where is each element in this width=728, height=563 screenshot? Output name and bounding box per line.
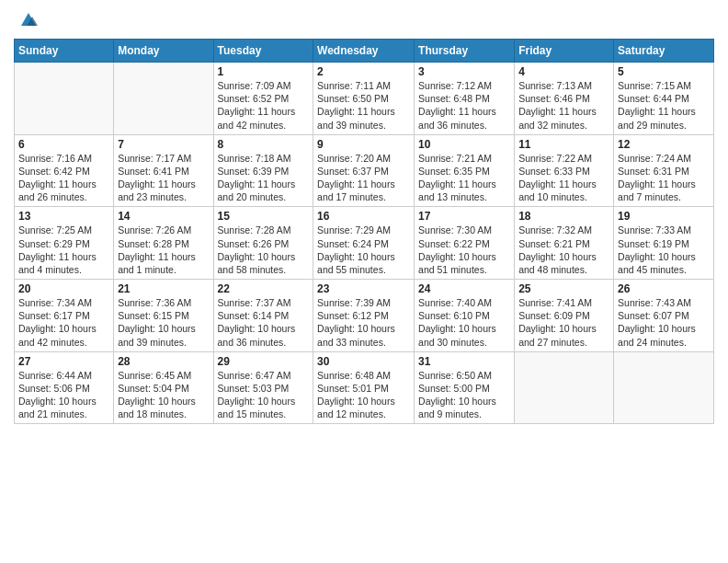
day-number: 24 [418,282,510,295]
calendar-cell: 4Sunrise: 7:13 AM Sunset: 6:46 PM Daylig… [515,63,614,135]
day-number: 18 [518,210,609,223]
day-number: 27 [18,355,109,368]
day-number: 7 [118,138,209,151]
day-number: 13 [18,210,109,223]
weekday-header-wednesday: Wednesday [313,40,415,63]
calendar-table: SundayMondayTuesdayWednesdayThursdayFrid… [14,39,714,424]
day-info: Sunrise: 7:16 AM Sunset: 6:42 PM Dayligh… [18,152,109,204]
day-number: 10 [418,138,510,151]
day-info: Sunrise: 7:13 AM Sunset: 6:46 PM Dayligh… [518,79,609,132]
day-number: 15 [218,210,310,223]
calendar-cell: 24Sunrise: 7:40 AM Sunset: 6:10 PM Dayli… [415,280,515,352]
calendar-cell [15,63,114,135]
calendar-cell: 21Sunrise: 7:36 AM Sunset: 6:15 PM Dayli… [114,280,213,352]
day-number: 22 [218,282,310,295]
calendar-cell: 16Sunrise: 7:29 AM Sunset: 6:24 PM Dayli… [313,207,415,280]
day-number: 11 [518,138,609,151]
calendar-cell: 29Sunrise: 6:47 AM Sunset: 5:03 PM Dayli… [213,351,313,424]
day-info: Sunrise: 7:18 AM Sunset: 6:39 PM Dayligh… [218,152,310,204]
calendar-cell [614,351,714,424]
day-number: 16 [317,210,410,223]
calendar-cell: 27Sunrise: 6:44 AM Sunset: 5:06 PM Dayli… [15,351,114,424]
day-info: Sunrise: 7:40 AM Sunset: 6:10 PM Dayligh… [418,296,510,349]
calendar-cell: 5Sunrise: 7:15 AM Sunset: 6:44 PM Daylig… [614,63,714,135]
day-number: 14 [118,210,209,223]
day-number: 12 [618,138,710,151]
day-info: Sunrise: 6:44 AM Sunset: 5:06 PM Dayligh… [18,369,109,421]
day-info: Sunrise: 7:32 AM Sunset: 6:21 PM Dayligh… [518,224,609,276]
calendar-cell: 11Sunrise: 7:22 AM Sunset: 6:33 PM Dayli… [515,134,614,207]
calendar-cell: 3Sunrise: 7:12 AM Sunset: 6:48 PM Daylig… [415,63,515,135]
calendar-cell: 1Sunrise: 7:09 AM Sunset: 6:52 PM Daylig… [213,63,313,135]
day-info: Sunrise: 7:22 AM Sunset: 6:33 PM Dayligh… [518,152,609,204]
day-info: Sunrise: 7:20 AM Sunset: 6:37 PM Dayligh… [317,152,410,204]
weekday-header-monday: Monday [114,40,213,63]
day-info: Sunrise: 7:12 AM Sunset: 6:48 PM Dayligh… [418,79,510,132]
calendar-cell: 15Sunrise: 7:28 AM Sunset: 6:26 PM Dayli… [213,207,313,280]
calendar-week-row: 20Sunrise: 7:34 AM Sunset: 6:17 PM Dayli… [15,280,714,352]
day-number: 25 [518,282,609,295]
weekday-header-tuesday: Tuesday [213,40,313,63]
day-number: 20 [18,282,109,295]
page: SundayMondayTuesdayWednesdayThursdayFrid… [0,0,728,563]
day-info: Sunrise: 7:15 AM Sunset: 6:44 PM Dayligh… [618,79,710,132]
calendar-cell: 31Sunrise: 6:50 AM Sunset: 5:00 PM Dayli… [415,351,515,424]
calendar-week-row: 13Sunrise: 7:25 AM Sunset: 6:29 PM Dayli… [15,207,714,280]
day-number: 31 [418,355,510,368]
day-info: Sunrise: 6:50 AM Sunset: 5:00 PM Dayligh… [418,369,510,421]
calendar-cell: 7Sunrise: 7:17 AM Sunset: 6:41 PM Daylig… [114,134,213,207]
day-number: 1 [218,65,310,78]
calendar-cell: 8Sunrise: 7:18 AM Sunset: 6:39 PM Daylig… [213,134,313,207]
logo-icon [17,9,40,31]
day-number: 4 [518,65,609,78]
calendar-cell: 19Sunrise: 7:33 AM Sunset: 6:19 PM Dayli… [614,207,714,280]
calendar-cell: 26Sunrise: 7:43 AM Sunset: 6:07 PM Dayli… [614,280,714,352]
calendar-cell: 28Sunrise: 6:45 AM Sunset: 5:04 PM Dayli… [114,351,213,424]
day-info: Sunrise: 7:28 AM Sunset: 6:26 PM Dayligh… [218,224,310,276]
calendar-week-row: 27Sunrise: 6:44 AM Sunset: 5:06 PM Dayli… [15,351,714,424]
day-info: Sunrise: 7:26 AM Sunset: 6:28 PM Dayligh… [118,224,209,276]
calendar-cell: 23Sunrise: 7:39 AM Sunset: 6:12 PM Dayli… [313,280,415,352]
calendar-week-row: 6Sunrise: 7:16 AM Sunset: 6:42 PM Daylig… [15,134,714,207]
day-number: 8 [218,138,310,151]
calendar-cell: 18Sunrise: 7:32 AM Sunset: 6:21 PM Dayli… [515,207,614,280]
day-info: Sunrise: 7:30 AM Sunset: 6:22 PM Dayligh… [418,224,510,276]
day-number: 28 [118,355,209,368]
day-info: Sunrise: 6:47 AM Sunset: 5:03 PM Dayligh… [218,369,310,421]
day-info: Sunrise: 7:41 AM Sunset: 6:09 PM Dayligh… [518,296,609,349]
day-info: Sunrise: 7:34 AM Sunset: 6:17 PM Dayligh… [18,296,109,349]
weekday-header-friday: Friday [515,40,614,63]
calendar-cell: 12Sunrise: 7:24 AM Sunset: 6:31 PM Dayli… [614,134,714,207]
header [14,9,714,31]
calendar-cell: 14Sunrise: 7:26 AM Sunset: 6:28 PM Dayli… [114,207,213,280]
calendar-cell: 25Sunrise: 7:41 AM Sunset: 6:09 PM Dayli… [515,280,614,352]
calendar-cell: 6Sunrise: 7:16 AM Sunset: 6:42 PM Daylig… [15,134,114,207]
calendar-cell: 20Sunrise: 7:34 AM Sunset: 6:17 PM Dayli… [15,280,114,352]
calendar-cell: 22Sunrise: 7:37 AM Sunset: 6:14 PM Dayli… [213,280,313,352]
day-info: Sunrise: 7:25 AM Sunset: 6:29 PM Dayligh… [18,224,109,276]
day-info: Sunrise: 7:36 AM Sunset: 6:15 PM Dayligh… [118,296,209,349]
calendar-cell: 2Sunrise: 7:11 AM Sunset: 6:50 PM Daylig… [313,63,415,135]
day-number: 9 [317,138,410,151]
calendar-cell: 30Sunrise: 6:48 AM Sunset: 5:01 PM Dayli… [313,351,415,424]
day-info: Sunrise: 6:45 AM Sunset: 5:04 PM Dayligh… [118,369,209,421]
weekday-header-row: SundayMondayTuesdayWednesdayThursdayFrid… [15,40,714,63]
day-info: Sunrise: 7:37 AM Sunset: 6:14 PM Dayligh… [218,296,310,349]
day-info: Sunrise: 7:43 AM Sunset: 6:07 PM Dayligh… [618,296,710,349]
calendar-cell: 9Sunrise: 7:20 AM Sunset: 6:37 PM Daylig… [313,134,415,207]
day-info: Sunrise: 7:33 AM Sunset: 6:19 PM Dayligh… [618,224,710,276]
day-number: 19 [618,210,710,223]
logo [14,9,40,31]
day-info: Sunrise: 7:39 AM Sunset: 6:12 PM Dayligh… [317,296,410,349]
day-info: Sunrise: 7:11 AM Sunset: 6:50 PM Dayligh… [317,79,410,132]
weekday-header-saturday: Saturday [614,40,714,63]
day-number: 3 [418,65,510,78]
day-info: Sunrise: 7:09 AM Sunset: 6:52 PM Dayligh… [218,79,310,132]
calendar-week-row: 1Sunrise: 7:09 AM Sunset: 6:52 PM Daylig… [15,63,714,135]
day-number: 17 [418,210,510,223]
day-number: 21 [118,282,209,295]
calendar-cell [114,63,213,135]
day-number: 29 [218,355,310,368]
calendar-cell [515,351,614,424]
day-number: 30 [317,355,410,368]
